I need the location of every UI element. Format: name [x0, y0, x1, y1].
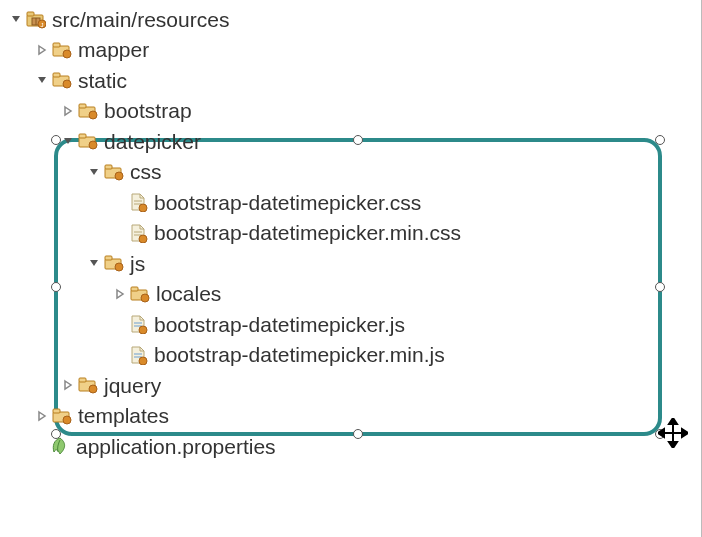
svg-marker-13	[39, 46, 45, 54]
tree-node-file[interactable]: bootstrap-datetimepicker.min.css	[8, 218, 702, 249]
expand-toggle-icon[interactable]	[60, 377, 76, 393]
tree-node-label: bootstrap-datetimepicker.min.css	[154, 222, 461, 243]
tree-node-label: js	[130, 253, 145, 274]
svg-point-38	[139, 235, 147, 243]
svg-rect-8	[27, 12, 34, 16]
svg-point-16	[63, 50, 71, 58]
svg-rect-19	[53, 73, 60, 77]
svg-marker-53	[65, 381, 71, 389]
tree-node-bootstrap[interactable]: bootstrap	[8, 96, 702, 127]
tree-node-jquery[interactable]: jquery	[8, 370, 702, 401]
tree-node-label: datepicker	[104, 131, 201, 152]
file-icon	[128, 223, 148, 243]
file-icon	[128, 192, 148, 212]
svg-point-24	[89, 111, 97, 119]
svg-marker-29	[90, 169, 98, 175]
folder-icon	[104, 162, 124, 182]
svg-rect-27	[79, 134, 86, 138]
tree-node-label: bootstrap-datetimepicker.js	[154, 314, 405, 335]
tree-node-js[interactable]: js	[8, 248, 702, 279]
expand-toggle-icon[interactable]	[34, 408, 50, 424]
package-folder-icon: J	[26, 9, 46, 29]
svg-rect-15	[53, 43, 60, 47]
file-icon	[128, 345, 148, 365]
svg-rect-31	[105, 165, 112, 169]
svg-marker-57	[39, 412, 45, 420]
svg-point-20	[63, 80, 71, 88]
tree-node-appprops[interactable]: application.properties	[8, 431, 702, 462]
svg-point-49	[139, 326, 147, 334]
svg-marker-21	[65, 107, 71, 115]
svg-point-60	[63, 416, 71, 424]
expand-toggle-icon[interactable]	[8, 11, 24, 27]
tree-node-label: css	[130, 161, 162, 182]
tree-node-resources[interactable]: J src/main/resources	[8, 4, 702, 35]
folder-icon	[130, 284, 150, 304]
tree-node-label: locales	[156, 283, 221, 304]
expand-toggle-icon[interactable]	[34, 42, 50, 58]
svg-point-42	[115, 263, 123, 271]
svg-marker-25	[64, 138, 72, 144]
tree-node-label: templates	[78, 405, 169, 426]
expand-toggle-icon[interactable]	[112, 286, 128, 302]
svg-marker-6	[12, 16, 20, 22]
tree-node-locales[interactable]: locales	[8, 279, 702, 310]
tree-node-css[interactable]: css	[8, 157, 702, 188]
tree-node-file[interactable]: bootstrap-datetimepicker.min.js	[8, 340, 702, 371]
svg-marker-43	[117, 290, 123, 298]
folder-icon	[104, 253, 124, 273]
svg-point-32	[115, 172, 123, 180]
tree-node-datepicker[interactable]: datepicker	[8, 126, 702, 157]
tree-node-label: bootstrap-datetimepicker.min.js	[154, 344, 445, 365]
svg-point-56	[89, 385, 97, 393]
tree-node-label: static	[78, 70, 127, 91]
tree-node-mapper[interactable]: mapper	[8, 35, 702, 66]
project-tree[interactable]: J src/main/resources mapper	[0, 0, 702, 462]
tree-node-label: application.properties	[76, 436, 276, 457]
svg-rect-23	[79, 104, 86, 108]
svg-marker-39	[90, 260, 98, 266]
svg-point-35	[139, 204, 147, 212]
tree-node-templates[interactable]: templates	[8, 401, 702, 432]
expand-toggle-icon[interactable]	[60, 133, 76, 149]
folder-icon	[52, 40, 72, 60]
svg-rect-55	[79, 378, 86, 382]
tree-node-label: bootstrap	[104, 100, 192, 121]
folder-icon	[78, 101, 98, 121]
svg-marker-17	[38, 77, 46, 83]
folder-icon	[78, 375, 98, 395]
tree-node-file[interactable]: bootstrap-datetimepicker.js	[8, 309, 702, 340]
expand-toggle-icon[interactable]	[86, 255, 102, 271]
tree-node-label: jquery	[104, 375, 161, 396]
tree-node-label: bootstrap-datetimepicker.css	[154, 192, 421, 213]
svg-rect-59	[53, 409, 60, 413]
leaf-file-icon	[50, 436, 70, 456]
file-icon	[128, 314, 148, 334]
tree-node-file[interactable]: bootstrap-datetimepicker.css	[8, 187, 702, 218]
tree-node-label: src/main/resources	[52, 9, 229, 30]
expand-toggle-icon[interactable]	[86, 164, 102, 180]
svg-text:J: J	[41, 22, 44, 28]
svg-point-52	[139, 357, 147, 365]
folder-icon	[52, 406, 72, 426]
expand-toggle-icon[interactable]	[34, 72, 50, 88]
svg-point-46	[141, 294, 149, 302]
folder-icon	[52, 70, 72, 90]
tree-node-static[interactable]: static	[8, 65, 702, 96]
svg-point-28	[89, 141, 97, 149]
svg-rect-41	[105, 256, 112, 260]
folder-icon	[78, 131, 98, 151]
svg-rect-45	[131, 287, 138, 291]
expand-toggle-icon[interactable]	[60, 103, 76, 119]
tree-node-label: mapper	[78, 39, 149, 60]
